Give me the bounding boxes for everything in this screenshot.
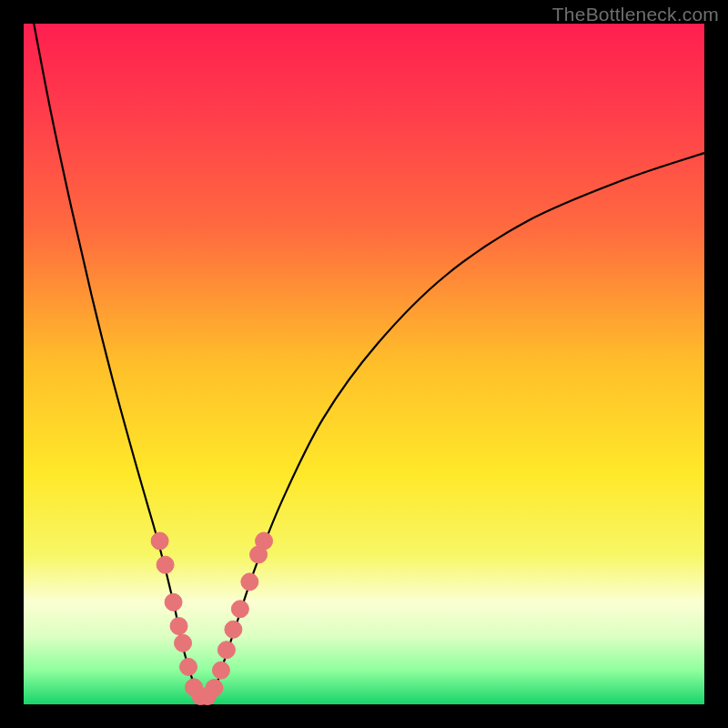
plot-background — [24, 24, 704, 704]
outer-frame: TheBottleneck.com — [0, 0, 728, 728]
marker-dot — [212, 662, 229, 679]
marker-dot — [151, 532, 168, 550]
marker-dot — [165, 593, 182, 611]
marker-dot — [170, 617, 187, 634]
marker-dot — [180, 658, 197, 675]
marker-dot — [175, 634, 192, 652]
marker-dot — [241, 573, 258, 591]
marker-dot — [206, 680, 223, 697]
marker-dot — [225, 621, 242, 638]
marker-dot — [231, 601, 248, 618]
marker-dot — [157, 556, 174, 573]
marker-dot — [217, 642, 235, 659]
bottleneck-chart — [0, 0, 728, 728]
marker-dot — [256, 532, 273, 550]
